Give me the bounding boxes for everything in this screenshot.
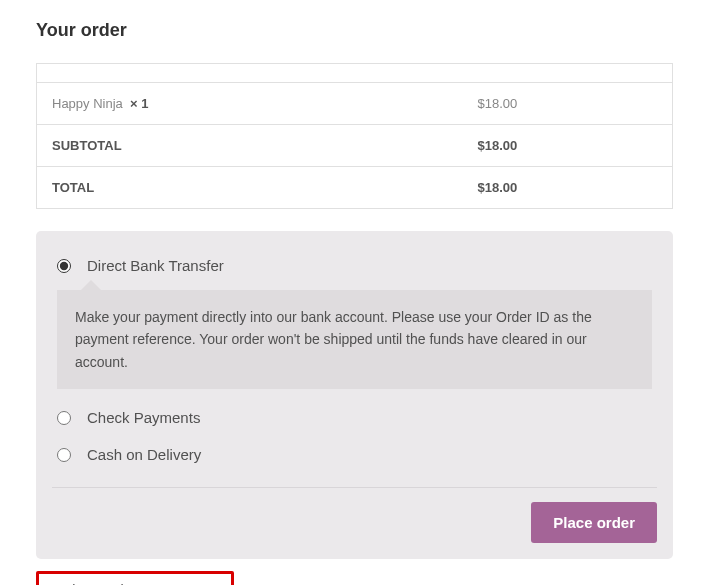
radio-bank-transfer[interactable]: [57, 259, 71, 273]
payment-divider: [52, 487, 657, 488]
order-title: Your order: [36, 20, 673, 41]
radio-cash-on-delivery[interactable]: [57, 448, 71, 462]
radio-check-payments[interactable]: [57, 411, 71, 425]
payment-methods-box: Direct Bank Transfer Make your payment d…: [36, 231, 673, 559]
payment-label-cod[interactable]: Cash on Delivery: [87, 446, 201, 463]
subtotal-row: Subtotal $18.00: [37, 125, 673, 167]
total-row: Total $18.00: [37, 167, 673, 209]
total-value: $18.00: [463, 167, 673, 209]
payment-label-check[interactable]: Check Payments: [87, 409, 200, 426]
subtotal-label: Subtotal: [37, 125, 463, 167]
total-label: Total: [37, 167, 463, 209]
payment-method-bank[interactable]: Direct Bank Transfer: [52, 247, 657, 284]
table-header-row: [37, 64, 673, 83]
product-quantity: × 1: [130, 96, 148, 111]
order-review-table: Happy Ninja × 1 $18.00 Subtotal $18.00 T…: [36, 63, 673, 209]
subtotal-value: $18.00: [463, 125, 673, 167]
product-name: Happy Ninja: [52, 96, 123, 111]
payment-method-check[interactable]: Check Payments: [52, 399, 657, 436]
product-price: $18.00: [463, 83, 673, 125]
payment-method-cod[interactable]: Cash on Delivery: [52, 436, 657, 473]
place-order-button[interactable]: Place order: [531, 502, 657, 543]
math-captcha-box: Math Captcha three × = nine: [36, 571, 234, 585]
table-row: Happy Ninja × 1 $18.00: [37, 83, 673, 125]
payment-label-bank[interactable]: Direct Bank Transfer: [87, 257, 224, 274]
payment-description-bank: Make your payment directly into our bank…: [57, 290, 652, 389]
